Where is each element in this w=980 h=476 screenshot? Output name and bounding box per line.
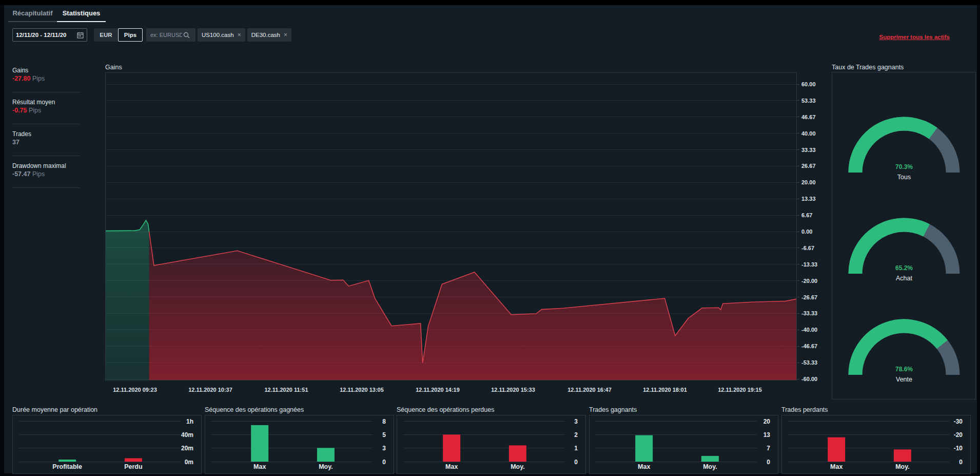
bar-card-win-streak: Séquence des opérations gagnées8530MaxMo… [205,405,394,474]
svg-text:33.33: 33.33 [801,147,816,153]
svg-text:Max: Max [830,463,842,470]
win-rate-panel-title: Taux de Trades gagnants [832,62,976,72]
svg-text:60.00: 60.00 [801,81,816,87]
card-plot: 1h40m20m0mProfitablePerdu [12,415,202,474]
svg-text:Profitable: Profitable [52,463,82,470]
svg-text:Moy.: Moy. [895,463,910,470]
card-title: Trades gagnants [589,405,778,415]
svg-text:5: 5 [382,431,386,439]
svg-text:-6.67: -6.67 [801,245,814,251]
svg-text:Max: Max [638,463,650,470]
stat-block: Résultat moyen -0.75 Pips [12,92,80,124]
asset-chip-label: US100.cash [202,32,234,38]
svg-text:12.11.2020 10:37: 12.11.2020 10:37 [188,387,232,393]
svg-text:20m: 20m [181,445,193,452]
unit-pips-button[interactable]: Pips [118,28,143,42]
svg-text:0m: 0m [185,459,193,466]
asset-chip-us100[interactable]: US100.cash × [198,28,245,42]
svg-text:3: 3 [382,445,386,452]
gains-chart-title: Gains [105,62,829,72]
stat-label: Trades [12,130,80,138]
symbol-search-input[interactable] [149,31,183,39]
svg-text:Moy.: Moy. [703,463,717,470]
stat-block: Trades 37 [12,124,80,156]
asset-chip-label: DE30.cash [251,32,280,38]
svg-text:-20.00: -20.00 [801,278,817,284]
svg-text:Moy.: Moy. [511,463,525,470]
bar-card-winning-trades: Trades gagnants201370MaxMoy. [589,405,778,474]
svg-text:40m: 40m [181,431,193,439]
svg-text:-30: -30 [954,418,963,425]
date-range-value: 12/11/20 - 12/11/20 [16,32,66,38]
svg-text:53.33: 53.33 [801,98,816,104]
gauge-achat: 65.2%Achat [832,197,976,284]
tab-underline-active [57,21,106,22]
svg-text:-20: -20 [954,431,963,439]
gauge-label: Vente [896,376,912,383]
gauge-label: Tous [897,174,911,181]
gauge-vente: 78.6%Vente [832,298,976,385]
search-icon [183,32,190,39]
stat-block: Drawdown maximal -57.47 Pips [12,156,80,188]
stat-label: Drawdown maximal [12,162,80,170]
svg-text:20.00: 20.00 [801,179,816,185]
stat-label: Gains [12,67,80,74]
svg-text:7: 7 [767,445,770,452]
tab-bar: Récapitulatif Statistiques [8,6,106,23]
gauge-value: 78.6% [895,366,913,373]
svg-text:12.11.2020 18:01: 12.11.2020 18:01 [643,387,687,393]
svg-text:-60.00: -60.00 [801,376,817,382]
gauge-label: Achat [896,275,912,282]
svg-text:26.67: 26.67 [801,163,816,169]
date-range-input[interactable]: 12/11/20 - 12/11/20 [12,28,87,42]
svg-text:Perdu: Perdu [124,463,142,470]
svg-text:-46.67: -46.67 [801,343,817,349]
card-plot: 8530MaxMoy. [205,415,394,474]
card-title: Séquence des opérations gagnées [205,405,394,415]
svg-text:-26.67: -26.67 [801,294,817,300]
svg-text:12.11.2020 13:05: 12.11.2020 13:05 [340,387,384,393]
svg-text:0.00: 0.00 [801,229,812,235]
statistics-page: Récapitulatif Statistiques 12/11/20 - 12… [4,0,977,473]
svg-text:12.11.2020 11:51: 12.11.2020 11:51 [264,387,308,393]
stat-label: Résultat moyen [12,99,80,106]
svg-text:13.33: 13.33 [801,196,816,202]
svg-text:0: 0 [574,459,578,466]
close-icon[interactable]: × [284,31,287,39]
symbol-search[interactable] [146,28,195,42]
card-plot: -30-20-100MaxMoy. [781,415,971,474]
svg-text:12.11.2020 14:19: 12.11.2020 14:19 [416,387,460,393]
gains-chart-plot: 60.0053.3346.6740.0033.3326.6720.0013.33… [105,72,829,397]
remove-all-assets-link[interactable]: Supprimer tous les actifs [879,34,950,40]
svg-text:Moy.: Moy. [319,463,333,470]
stats-sidebar: Gains -27.80 PipsRésultat moyen -0.75 Pi… [12,61,80,188]
svg-text:13: 13 [763,431,771,439]
gains-chart-svg: 60.0053.3346.6740.0033.3326.6720.0013.33… [105,72,829,397]
svg-text:3: 3 [574,418,578,425]
currency-eur-button[interactable]: EUR [94,28,118,42]
close-icon[interactable]: × [238,31,241,39]
tab-statistiques-label: Statistiques [57,6,106,21]
card-plot: 3210MaxMoy. [397,415,586,474]
svg-text:2: 2 [574,431,578,439]
tab-underline [8,21,57,22]
svg-text:12.11.2020 09:23: 12.11.2020 09:23 [113,387,157,393]
bottom-chart-row: Durée moyenne par opération1h40m20m0mPro… [4,405,980,476]
gauge-value: 70.3% [895,163,913,170]
gains-chart: Gains 60.0053.3346.6740.0033.3326.6720.0… [105,62,829,397]
tab-recapitulatif[interactable]: Récapitulatif [8,6,57,23]
window-top-bar [0,0,980,5]
svg-text:40.00: 40.00 [801,130,816,137]
svg-text:0: 0 [959,459,963,466]
svg-text:12.11.2020 19:15: 12.11.2020 19:15 [718,387,762,393]
tab-statistiques[interactable]: Statistiques [57,6,106,23]
svg-text:12.11.2020 16:47: 12.11.2020 16:47 [567,387,612,393]
bar-card-avg-duration: Durée moyenne par opération1h40m20m0mPro… [12,405,202,474]
stat-value: -0.75 Pips [12,106,80,115]
svg-text:8: 8 [382,418,386,425]
asset-chip-de30[interactable]: DE30.cash × [247,28,291,42]
svg-text:46.67: 46.67 [801,114,816,120]
card-title: Trades perdants [781,405,971,415]
filter-bar: 12/11/20 - 12/11/20 EUR Pips US100.cash … [12,28,291,42]
stat-value: -27.80 Pips [12,74,80,83]
